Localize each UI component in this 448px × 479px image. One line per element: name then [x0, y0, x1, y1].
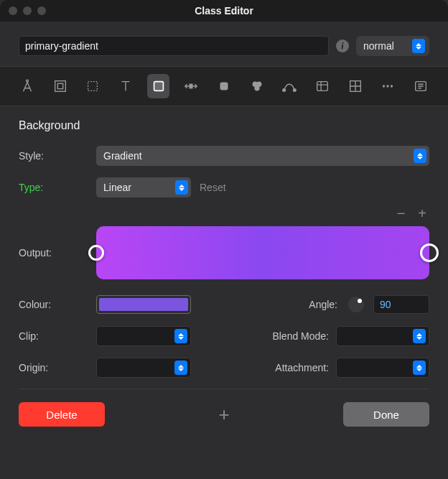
- gradient-stop-controls: − +: [19, 205, 429, 222]
- titlebar: Class Editor: [0, 0, 448, 22]
- angle-label: Angle:: [274, 299, 345, 310]
- add-button[interactable]: +: [115, 404, 333, 426]
- gradient-stop-start[interactable]: [88, 245, 104, 261]
- type-select[interactable]: Linear: [96, 177, 191, 197]
- done-button[interactable]: Done: [343, 402, 429, 427]
- minimize-window-button[interactable]: [23, 6, 32, 15]
- attachment-select[interactable]: [336, 358, 429, 378]
- zoom-window-button[interactable]: [37, 6, 46, 15]
- svg-point-9: [254, 85, 259, 90]
- style-label: Style:: [19, 150, 96, 162]
- colour-angle-row: Colour: Angle:: [19, 294, 429, 315]
- chevron-updown-icon: [414, 149, 426, 163]
- compass-icon[interactable]: [16, 74, 39, 98]
- selection-icon[interactable]: [81, 74, 104, 98]
- svg-point-15: [387, 85, 389, 87]
- type-row: Type: Linear Reset: [19, 177, 429, 198]
- clip-select[interactable]: [96, 326, 191, 346]
- gradient-preview[interactable]: [96, 226, 429, 279]
- svg-point-11: [294, 89, 297, 92]
- content-area: Background Style: Gradient Type: Linear …: [0, 106, 448, 440]
- header-row: i normal: [0, 22, 448, 66]
- origin-label: Origin:: [19, 362, 96, 373]
- panel-icon[interactable]: [409, 74, 432, 98]
- type-value: Linear: [103, 182, 131, 193]
- chevron-updown-icon: [174, 361, 187, 375]
- svg-point-10: [283, 89, 286, 92]
- output-row: Output:: [19, 226, 429, 279]
- delete-button[interactable]: Delete: [19, 402, 105, 427]
- shape-icon[interactable]: [213, 74, 235, 98]
- more-icon[interactable]: [377, 74, 400, 98]
- chevron-updown-icon: [413, 361, 426, 375]
- svg-point-16: [391, 85, 393, 87]
- remove-stop-button[interactable]: −: [397, 205, 406, 222]
- origin-attachment-row: Origin: Attachment:: [19, 357, 429, 378]
- svg-point-14: [383, 85, 385, 87]
- colour-swatch[interactable]: [96, 295, 191, 314]
- clip-blend-row: Clip: Blend Mode:: [19, 325, 429, 347]
- window-title: Class Editor: [0, 5, 448, 17]
- blend-select[interactable]: [336, 326, 429, 346]
- svg-point-0: [26, 80, 28, 82]
- gradient-stop-end[interactable]: [420, 243, 439, 262]
- chevron-updown-icon: [174, 329, 187, 343]
- colour-swatch-inner: [99, 298, 188, 311]
- style-row: Style: Gradient: [19, 145, 429, 167]
- info-icon[interactable]: i: [336, 39, 349, 52]
- output-label: Output:: [19, 247, 96, 259]
- svg-rect-1: [55, 81, 65, 92]
- add-stop-button[interactable]: +: [418, 205, 426, 222]
- blend-label: Blend Mode:: [266, 330, 336, 342]
- border-icon[interactable]: [49, 74, 72, 98]
- background-icon[interactable]: [147, 74, 170, 98]
- style-select[interactable]: Gradient: [96, 146, 429, 166]
- reset-button[interactable]: Reset: [200, 182, 226, 193]
- style-value: Gradient: [103, 150, 142, 162]
- svg-rect-2: [57, 83, 62, 88]
- attachment-label: Attachment:: [266, 362, 336, 373]
- footer: Delete + Done: [19, 402, 429, 427]
- angle-input[interactable]: [373, 295, 429, 314]
- svg-rect-3: [88, 82, 98, 91]
- table-icon[interactable]: [311, 74, 334, 98]
- close-window-button[interactable]: [9, 6, 17, 15]
- spacing-icon[interactable]: [179, 74, 202, 98]
- angle-knob[interactable]: [345, 296, 368, 313]
- state-select-value: normal: [363, 40, 394, 52]
- traffic-lights: [9, 6, 46, 15]
- curve-icon[interactable]: [279, 74, 302, 98]
- grid-icon[interactable]: [344, 74, 367, 98]
- svg-rect-6: [220, 83, 228, 90]
- colour-label: Colour:: [19, 299, 96, 310]
- category-toolbar: [0, 66, 448, 106]
- state-select[interactable]: normal: [356, 36, 429, 56]
- filters-icon[interactable]: [246, 74, 269, 98]
- svg-rect-5: [190, 84, 192, 88]
- chevron-updown-icon: [413, 329, 426, 343]
- class-name-input[interactable]: [19, 36, 329, 56]
- origin-select[interactable]: [96, 358, 191, 378]
- svg-rect-4: [154, 82, 163, 91]
- clip-label: Clip:: [19, 330, 96, 342]
- text-icon[interactable]: [114, 74, 137, 98]
- section-title: Background: [19, 119, 429, 132]
- svg-rect-12: [317, 82, 328, 91]
- type-label: Type:: [19, 182, 96, 193]
- chevron-updown-icon: [175, 180, 188, 195]
- chevron-updown-icon: [412, 39, 425, 53]
- divider: [19, 389, 429, 389]
